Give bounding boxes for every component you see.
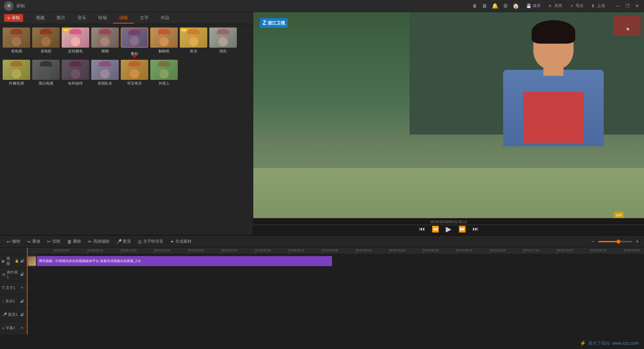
close-window-button[interactable]: ✕ xyxy=(634,3,640,9)
video-mute-button[interactable]: 🔊 xyxy=(20,259,24,263)
filter-glow[interactable]: VIP 发光 xyxy=(180,28,207,56)
ruler-mark-14: 00:01:17:16 xyxy=(523,249,557,254)
filter-sharpen-label: 锐化 xyxy=(219,49,227,54)
ruler-mark-9: 00:00:49:24 xyxy=(356,249,389,254)
record-dot xyxy=(7,17,10,19)
filter-treasure-label: 夺宝奇兵 xyxy=(127,81,142,86)
track-content-text[interactable] xyxy=(27,281,644,294)
zoom-out-button[interactable]: − xyxy=(590,238,596,245)
upload-button[interactable]: ⬆ 上传 xyxy=(590,3,605,9)
filter-blur[interactable]: 模糊 xyxy=(91,28,119,56)
music-mute-button[interactable]: 🔊 xyxy=(20,299,24,304)
ruler-mark-7: 00:00:38:22 xyxy=(288,249,322,254)
track-playhead xyxy=(27,254,28,267)
track-content-music[interactable] xyxy=(27,295,644,308)
prev-frame-button[interactable]: ⏪ xyxy=(431,225,439,233)
track-row-video: ▶ 视频 🔒 🔊 腾讯视频 - 中国领先的在线视频媒体平台, xyxy=(0,254,644,268)
ruler-mark-17: 00:01:34:04 xyxy=(624,249,644,254)
delete-button[interactable]: 🗑 删除 xyxy=(64,237,85,246)
filter-lemon[interactable]: 柠檬色调 xyxy=(3,60,30,86)
redo-button[interactable]: ↪ 重做 xyxy=(23,237,44,246)
track-label-pip: ⊞ 画中画1 🔊 xyxy=(0,268,27,281)
track-content-subtitle[interactable] xyxy=(27,321,644,335)
filter-american-label: 美国队长 xyxy=(98,81,112,86)
track-label-text: T 文字1 👁 xyxy=(0,281,27,294)
filter-alien[interactable]: 外星人 xyxy=(150,60,178,86)
ruler-mark-4: 00:00:22:04 xyxy=(188,249,221,254)
advanced-edit-icon: ✏ xyxy=(88,239,92,244)
ruler-mark-15: 00:01:23:02 xyxy=(557,249,590,254)
dub-button[interactable]: 🎤 配音 xyxy=(113,237,135,246)
bottom-watermark: ⚡ 极光下载站 www.xzz.com xyxy=(580,340,639,346)
nav-item-text[interactable]: 文字 xyxy=(134,13,155,23)
pip-mute-button[interactable]: 🔊 xyxy=(20,272,24,277)
tts-button[interactable]: ◎ 文字转语音 xyxy=(135,237,167,246)
crown-icon[interactable]: ♛ xyxy=(472,3,477,9)
video-clip[interactable]: 腾讯视频 - 中国领先的在线视频媒体平台,海量高清视频在线观看_2.ts xyxy=(37,256,332,266)
cut-button[interactable]: ✂ 切割 xyxy=(44,237,64,246)
nav-item-works[interactable]: 作品 xyxy=(155,13,175,23)
preview-progress-bar[interactable] xyxy=(253,225,644,225)
bell-icon[interactable]: 🔔 xyxy=(492,3,498,9)
undo-button[interactable]: ↩ 撤销 xyxy=(3,237,23,246)
ruler-mark-5: 00:00:27:20 xyxy=(221,249,255,254)
maximize-button[interactable]: ❐ xyxy=(625,3,631,9)
gear-icon[interactable]: ⚙ xyxy=(503,3,508,9)
minimize-button[interactable]: — xyxy=(615,3,621,9)
home-icon[interactable]: 🏠 xyxy=(513,3,519,9)
title-bar: 录 录制 ♛ 🖥 🔔 ⚙ 🏠 💾 保存 ✕ 关闭 ↗ 导出 ⬆ 上传 — xyxy=(0,0,644,12)
track-content-dub[interactable] xyxy=(27,308,644,321)
filter-american[interactable]: 美国队长 xyxy=(91,60,119,86)
filter-old-tv[interactable]: 老电视 xyxy=(3,28,30,56)
filter-touch[interactable]: 触映机 xyxy=(150,28,178,56)
app-logo: 录 xyxy=(4,1,13,11)
export-button[interactable]: ↗ 导出 xyxy=(569,3,584,9)
filter-overlay[interactable]: 叠影 xyxy=(121,28,148,56)
filter-old-movie[interactable]: 老电影 xyxy=(32,28,60,56)
record-button[interactable]: 录制 xyxy=(4,14,23,22)
track-content-video[interactable]: 腾讯视频 - 中国领先的在线视频媒体平台,海量高清视频在线观看_2.ts xyxy=(27,254,644,267)
timeline-section: ↩ 撤销 ↪ 重做 ✂ 切割 🗑 删除 ✏ 高级编辑 🎤 配音 ◎ 文字转语音 … xyxy=(0,235,644,349)
nav-item-image[interactable]: 图片 xyxy=(51,13,71,23)
video-track-icon: ▶ xyxy=(2,259,5,263)
filter-harley[interactable]: 哈利波特 xyxy=(62,60,89,86)
zoom-slider[interactable] xyxy=(598,241,632,242)
close-project-button[interactable]: ✕ 关闭 xyxy=(547,3,562,9)
text-eye-button[interactable]: 👁 xyxy=(20,286,24,290)
music-track-icon: ♪ xyxy=(2,299,4,304)
track-content-pip[interactable] xyxy=(27,268,644,281)
zoom-in-button[interactable]: + xyxy=(634,238,641,245)
dub-mute-button[interactable]: 🔊 xyxy=(20,312,24,317)
track-label-video: ▶ 视频 🔒 🔊 xyxy=(0,254,27,267)
play-button[interactable]: ▶ xyxy=(445,225,453,233)
track-row-text: T 文字1 👁 xyxy=(0,281,644,295)
nav-item-transition[interactable]: 转场 xyxy=(92,13,113,23)
ruler-mark-2: 00:00:11:02 xyxy=(121,249,154,254)
undo-icon: ↩ xyxy=(7,239,11,244)
zoom-slider-fill xyxy=(598,241,619,242)
monitor-icon[interactable]: 🖥 xyxy=(482,3,487,9)
filter-invert-color[interactable]: VIP 反转颜色 xyxy=(62,28,89,56)
nav-item-filter[interactable]: 滤镜 xyxy=(113,13,134,23)
subtitle-eye-button[interactable]: 👁 xyxy=(20,326,24,331)
ruler-mark-3: 00:00:16:18 xyxy=(154,249,188,254)
video-lock-button[interactable]: 🔒 xyxy=(14,259,19,263)
ruler-marks: 00:00:00:00 00:00:05:16 00:00:11:02 00:0… xyxy=(54,249,644,254)
filter-blur-label: 模糊 xyxy=(101,49,109,54)
next-frame-button[interactable]: ⏩ xyxy=(458,225,466,233)
zoom-slider-thumb[interactable] xyxy=(616,240,621,244)
text-playhead xyxy=(27,281,28,294)
track-controls-music: 🔊 xyxy=(20,299,24,304)
skip-back-button[interactable]: ⏮ xyxy=(418,225,426,233)
save-button[interactable]: 💾 保存 xyxy=(526,3,541,9)
generate-button[interactable]: ✦ 生成素材 xyxy=(167,237,195,246)
filter-bw-tv[interactable]: 黑白电视 xyxy=(32,60,60,86)
filter-sharpen[interactable]: 锐化 xyxy=(209,28,237,56)
nav-item-music[interactable]: 音乐 xyxy=(71,13,92,23)
filter-treasure[interactable]: 夺宝奇兵 xyxy=(121,60,148,86)
tts-icon: ◎ xyxy=(138,239,142,244)
advanced-edit-button[interactable]: ✏ 高级编辑 xyxy=(85,237,113,246)
generate-icon: ✦ xyxy=(170,239,174,244)
skip-forward-button[interactable]: ⏭ xyxy=(472,225,480,233)
nav-item-video[interactable]: 视频 xyxy=(30,13,51,23)
